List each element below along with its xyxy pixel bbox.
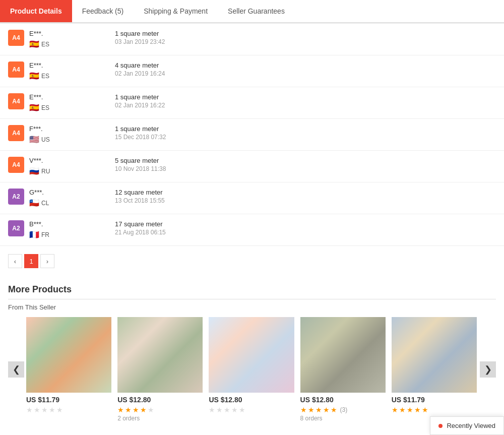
carousel-next-button[interactable]: ❯ (480, 361, 496, 378)
order-date: 02 Jan 2019 16:22 (115, 102, 165, 109)
product-card[interactable]: US $12.80 ★★★★★ (209, 317, 294, 422)
star-half: ★ (331, 406, 337, 414)
product-price: US $11.79 (392, 396, 477, 404)
star-empty: ★ (239, 406, 245, 414)
country-flag: 🇺🇸 US (29, 135, 105, 144)
user-info: E***. 🇪🇸 ES (29, 30, 105, 49)
product-image (209, 317, 294, 393)
orders-count: 2 orders (117, 415, 203, 422)
avatar: A2 (8, 189, 24, 205)
product-image (26, 317, 111, 393)
product-stars: ★★★★★ (209, 406, 294, 414)
country-flag: 🇪🇸 ES (29, 39, 105, 49)
order-quantity: 1 square meter (115, 125, 166, 133)
star-filled: ★ (399, 406, 406, 414)
star-filled: ★ (308, 406, 314, 414)
country-code: ES (41, 41, 49, 48)
feedback-item: A4 E***. 🇪🇸 ES 4 square meter 02 Jan 201… (0, 55, 504, 87)
country-code: CL (41, 200, 49, 207)
flag-icon: 🇨🇱 (29, 198, 39, 208)
feedback-list: A4 E***. 🇪🇸 ES 1 square meter 03 Jan 201… (0, 23, 504, 246)
feedback-item: A2 G***. 🇨🇱 CL 12 square meter 13 Oct 20… (0, 182, 504, 214)
username: V***. (29, 157, 105, 164)
order-date: 02 Jan 2019 16:24 (115, 70, 165, 77)
product-card[interactable]: US $12.80 ★★★★★(3) 8 orders (300, 317, 386, 422)
product-card[interactable]: US $11.79 ★★★★★ (26, 317, 111, 422)
pagination: ‹ 1 › (0, 246, 504, 276)
review-count: (3) (340, 406, 348, 413)
flag-icon: 🇫🇷 (29, 230, 39, 239)
tab-guarantees[interactable]: Seller Guarantees (218, 0, 295, 22)
product-price: US $12.80 (300, 396, 386, 404)
order-quantity: 1 square meter (115, 93, 165, 101)
avatar: A2 (8, 220, 24, 236)
order-quantity: 17 square meter (115, 220, 166, 228)
recently-viewed-bar[interactable]: Recently Viewed (430, 416, 504, 430)
product-stars: ★★★★★ (117, 406, 203, 414)
country-code: ES (41, 73, 49, 80)
star-empty: ★ (34, 406, 40, 414)
star-empty: ★ (41, 406, 48, 414)
star-empty: ★ (224, 406, 230, 414)
tab-bar: Product Details Feedback (5) Shipping & … (0, 0, 504, 23)
avatar: A4 (8, 157, 24, 173)
star-filled: ★ (140, 406, 147, 414)
flag-icon: 🇺🇸 (29, 135, 39, 144)
country-code: RU (41, 168, 50, 175)
star-empty: ★ (216, 406, 223, 414)
products-carousel: ❮ US $11.79 ★★★★★ US $12.80 ★★★★★ 2 orde… (8, 317, 496, 422)
avatar: A4 (8, 125, 24, 141)
username: E***. (29, 30, 105, 37)
product-price: US $12.80 (209, 396, 294, 404)
star-filled: ★ (125, 406, 132, 414)
feedback-item: A4 F***. 🇺🇸 US 1 square meter 15 Dec 201… (0, 119, 504, 151)
username: E***. (29, 61, 105, 69)
order-info: 5 square meter 10 Nov 2018 11:38 (115, 157, 166, 172)
recently-viewed-dot (438, 424, 443, 428)
country-flag: 🇪🇸 ES (29, 71, 105, 81)
user-info: G***. 🇨🇱 CL (29, 189, 105, 208)
next-page-button[interactable]: › (40, 254, 54, 268)
star-empty: ★ (148, 406, 154, 414)
feedback-item: A2 B***. 🇫🇷 FR 17 square meter 21 Aug 20… (0, 214, 504, 246)
country-code: ES (41, 104, 49, 111)
user-info: V***. 🇷🇺 RU (29, 157, 105, 176)
order-info: 1 square meter 02 Jan 2019 16:22 (115, 93, 165, 109)
user-info: F***. 🇺🇸 US (29, 125, 105, 144)
star-filled: ★ (414, 406, 421, 414)
orders-count: 8 orders (300, 415, 386, 422)
carousel-prev-button[interactable]: ❮ (8, 361, 24, 378)
star-filled: ★ (407, 406, 413, 414)
star-empty: ★ (49, 406, 55, 414)
country-flag: 🇷🇺 RU (29, 166, 105, 176)
from-seller-label: From This Seller (8, 303, 496, 311)
product-card[interactable]: US $11.79 ★★★★★ (392, 317, 477, 422)
tab-feedback[interactable]: Feedback (5) (72, 0, 134, 22)
tab-shipping[interactable]: Shipping & Payment (134, 0, 218, 22)
country-flag: 🇪🇸 ES (29, 103, 105, 112)
username: G***. (29, 189, 105, 196)
order-quantity: 1 square meter (115, 30, 165, 37)
flag-icon: 🇷🇺 (29, 166, 39, 176)
user-info: E***. 🇪🇸 ES (29, 93, 105, 112)
flag-icon: 🇪🇸 (29, 103, 39, 112)
order-date: 13 Oct 2018 15:55 (115, 197, 165, 204)
star-filled: ★ (300, 406, 307, 414)
star-empty: ★ (231, 406, 238, 414)
order-quantity: 12 square meter (115, 189, 165, 196)
prev-page-button[interactable]: ‹ (8, 254, 22, 268)
star-filled: ★ (392, 406, 398, 414)
star-filled: ★ (422, 406, 428, 414)
product-image (392, 317, 477, 393)
product-price: US $11.79 (26, 396, 111, 404)
page-1-button[interactable]: 1 (24, 254, 38, 268)
products-grid: US $11.79 ★★★★★ US $12.80 ★★★★★ 2 orders… (24, 317, 480, 422)
product-card[interactable]: US $12.80 ★★★★★ 2 orders (117, 317, 203, 422)
star-filled: ★ (117, 406, 124, 414)
tab-product-details[interactable]: Product Details (0, 0, 72, 22)
product-price: US $12.80 (117, 396, 203, 404)
product-stars: ★★★★★ (26, 406, 111, 414)
order-info: 4 square meter 02 Jan 2019 16:24 (115, 61, 165, 77)
username: F***. (29, 125, 105, 133)
user-info: B***. 🇫🇷 FR (29, 220, 105, 239)
